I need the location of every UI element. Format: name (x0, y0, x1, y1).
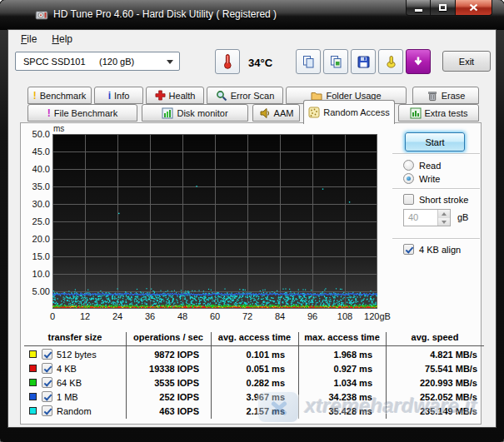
read-radio[interactable] (403, 160, 414, 171)
max-access-value: 1.968 ms (298, 350, 386, 360)
tab-aam[interactable]: AAM (252, 104, 300, 122)
short-stroke-checkbox[interactable] (403, 194, 414, 205)
menu-file[interactable]: File (13, 32, 44, 47)
tab-strip: ! Benchmark i Info Health Error Scan (8, 84, 496, 122)
row-label: 1 MB (57, 392, 78, 402)
temperature-button[interactable] (215, 49, 240, 74)
x-tick-label: 60 (198, 311, 232, 321)
ops-value: 9872 IOPS (126, 350, 211, 360)
series-color-swatch (29, 407, 37, 415)
x-tick-label: 72 (231, 311, 264, 321)
header-divider (24, 345, 484, 346)
spinner-up-button[interactable] (438, 210, 450, 218)
close-icon (469, 3, 478, 12)
max-access-value: 0.927 ms (298, 364, 386, 374)
row-checkbox[interactable] (42, 377, 52, 388)
titlebar[interactable]: HD Tune Pro 4.60 - Hard Disk Utility ( R… (0, 0, 504, 30)
tab-info[interactable]: i Info (94, 87, 143, 104)
app-icon (35, 8, 48, 22)
table-row: Random 463 IOPS 2.157 ms 35.428 ms 235.1… (24, 405, 484, 419)
align-option[interactable]: 4 KB align (403, 244, 461, 255)
drive-select[interactable]: SPCC SSD101 (120 gB) (15, 52, 180, 71)
read-option[interactable]: Read (403, 160, 441, 171)
spinner-down-button[interactable] (438, 218, 450, 226)
row-checkbox[interactable] (42, 391, 52, 402)
row-checkbox[interactable] (42, 349, 52, 360)
menu-help[interactable]: Help (44, 32, 80, 47)
copy-image-button[interactable] (323, 49, 348, 74)
tab-random-access[interactable]: Random Access (303, 100, 395, 124)
ops-value: 252 IOPS (126, 392, 211, 402)
avg-access-value: 3.967 ms (211, 392, 298, 402)
avg-access-value: 2.157 ms (211, 406, 298, 416)
table-row: 512 bytes 9872 IOPS 0.101 ms 1.968 ms 4.… (24, 348, 484, 362)
row-label: Random (57, 406, 92, 416)
tab-benchmark[interactable]: ! Benchmark (27, 87, 92, 104)
tab-disk-monitor[interactable]: Disk monitor (142, 104, 248, 122)
disk-monitor-icon (162, 107, 173, 119)
y-tick-label: 10.0 (32, 269, 50, 279)
tab-file-benchmark[interactable]: ! File Benchmark (27, 104, 137, 122)
file-benchmark-icon: ! (47, 109, 51, 117)
row-label: 512 bytes (57, 350, 97, 360)
write-radio[interactable] (403, 173, 414, 184)
tab-error-scan[interactable]: Error Scan (207, 87, 283, 104)
ops-value: 463 IOPS (126, 406, 211, 416)
y-tick-label: 30.0 (32, 199, 50, 209)
capture-arrow-icon (412, 55, 425, 68)
error-scan-icon (216, 90, 227, 102)
y-tick-label: 15.0 (32, 251, 50, 261)
exit-button[interactable]: Exit (442, 51, 491, 72)
tab-health[interactable]: Health (146, 87, 204, 104)
x-tick-label: 0 (36, 311, 69, 321)
menubar: File Help (8, 30, 496, 47)
y-tick-label: 40.0 (32, 164, 50, 174)
row-checkbox[interactable] (42, 363, 52, 374)
ops-value: 3535 IOPS (126, 378, 211, 388)
window-title: HD Tune Pro 4.60 - Hard Disk Utility ( R… (53, 8, 277, 20)
maximize-button[interactable] (431, 0, 455, 16)
y-axis-labels: 50.045.040.035.030.025.020.015.010.05.00 (21, 123, 50, 315)
random-access-page: ms 50.045.040.035.030.025.020.015.010.05… (20, 122, 482, 425)
x-tick-label: 96 (296, 311, 329, 321)
y-tick-label: 50.0 (32, 129, 50, 139)
benchmark-icon: ! (33, 92, 37, 100)
aam-icon (259, 107, 271, 119)
capture-button[interactable] (406, 49, 431, 74)
series-color-swatch (29, 379, 37, 386)
minimize-button[interactable] (406, 0, 431, 16)
avg-access-value: 0.101 ms (211, 350, 298, 360)
copy-button[interactable] (296, 49, 321, 74)
y-axis-unit-label: ms (53, 124, 64, 133)
write-option[interactable]: Write (403, 173, 440, 184)
copy-image-icon (329, 55, 343, 69)
spinner-buttons (437, 210, 450, 226)
row-label: 4 KB (57, 364, 77, 374)
short-stroke-option[interactable]: Short stroke (403, 194, 468, 205)
minimize-icon (415, 9, 422, 12)
short-stroke-spinner[interactable]: 40 (403, 209, 451, 226)
options-button[interactable] (378, 49, 403, 74)
random-access-icon (308, 107, 320, 118)
column-header: transfer size (24, 332, 126, 345)
avg-speed-value: 4.821 MB/s (386, 350, 484, 360)
avg-speed-value: 235.149 MB/s (386, 406, 484, 416)
align-checkbox[interactable] (403, 244, 414, 255)
x-tick-label: 108 (328, 311, 362, 321)
start-button[interactable]: Start (405, 132, 465, 151)
y-tick-label: 45.0 (32, 147, 50, 156)
y-tick-label: 25.0 (32, 216, 50, 226)
separator (392, 188, 480, 190)
column-header: operations / sec (126, 332, 211, 345)
save-icon (357, 55, 371, 69)
save-button[interactable] (351, 49, 376, 74)
info-icon: i (108, 92, 111, 100)
close-button[interactable] (455, 0, 492, 16)
tab-erase[interactable]: Erase (412, 87, 479, 104)
app-window: HD Tune Pro 4.60 - Hard Disk Utility ( R… (0, 0, 504, 442)
ops-value: 19338 IOPS (126, 364, 211, 374)
tab-extra-tests[interactable]: Extra tests (398, 104, 479, 122)
row-checkbox[interactable] (42, 405, 52, 416)
erase-icon (427, 90, 438, 102)
window-controls (406, 0, 492, 16)
